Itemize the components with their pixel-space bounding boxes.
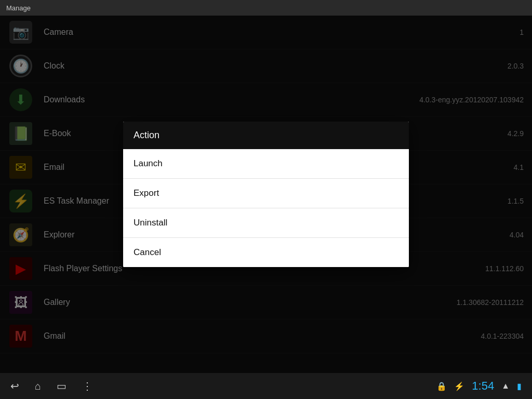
top-bar-title: Manage (6, 4, 31, 12)
dialog-items: LaunchExportUninstallCancel (123, 149, 409, 267)
back-button[interactable]: ↩ (10, 380, 19, 392)
dialog-item-label-launch: Launch (134, 158, 163, 169)
nav-right: 🔒 ⚡ 1:54 ▲ ▮ (436, 379, 522, 393)
dialog-item-label-export: Export (134, 188, 159, 198)
dialog-item-cancel[interactable]: Cancel (123, 238, 409, 267)
menu-button[interactable]: ⋮ (82, 380, 92, 392)
dialog-item-export[interactable]: Export (123, 179, 409, 208)
battery-icon: ▮ (517, 381, 522, 391)
nav-left: ↩ ⌂ ▭ ⋮ (10, 380, 92, 392)
dialog-overlay[interactable]: Action LaunchExportUninstallCancel (0, 16, 532, 373)
action-dialog: Action LaunchExportUninstallCancel (123, 122, 409, 267)
home-button[interactable]: ⌂ (35, 380, 41, 392)
dialog-header: Action (123, 122, 409, 149)
dialog-title: Action (134, 130, 159, 140)
bottom-nav: ↩ ⌂ ▭ ⋮ 🔒 ⚡ 1:54 ▲ ▮ (0, 373, 532, 399)
clock-display: 1:54 (472, 379, 494, 393)
usb-icon: ⚡ (454, 381, 464, 391)
nfc-icon: 🔒 (436, 381, 447, 391)
dialog-item-uninstall[interactable]: Uninstall (123, 208, 409, 238)
top-bar: Manage (0, 0, 532, 16)
dialog-item-label-cancel: Cancel (134, 247, 161, 258)
dialog-item-launch[interactable]: Launch (123, 149, 409, 179)
wifi-icon: ▲ (501, 381, 510, 391)
recents-button[interactable]: ▭ (57, 380, 66, 392)
dialog-item-label-uninstall: Uninstall (134, 218, 167, 228)
